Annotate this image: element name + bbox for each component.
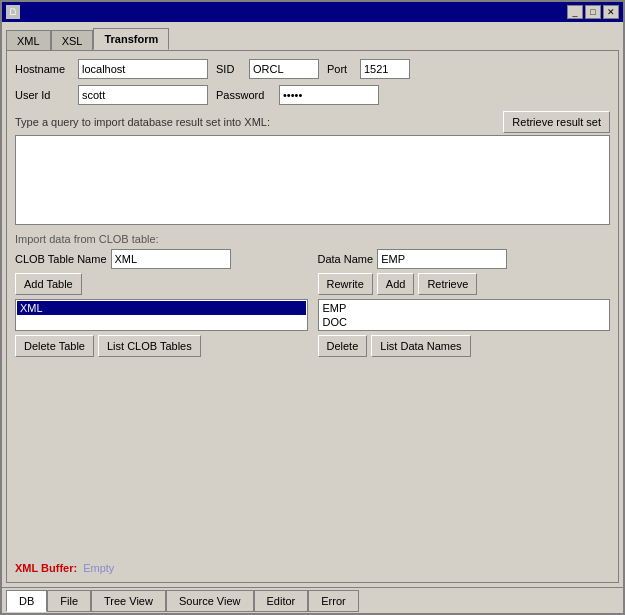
retrieve-result-button[interactable]: Retrieve result set [503, 111, 610, 133]
clob-btn-row: Add Table [15, 273, 308, 295]
retrieve-button[interactable]: Retrieve [418, 273, 477, 295]
clob-table-name-row: CLOB Table Name [15, 249, 308, 269]
port-input[interactable] [360, 59, 410, 79]
list-item[interactable]: XML [17, 301, 306, 315]
list-item[interactable]: EMP [320, 301, 609, 315]
userid-row: User Id Password [15, 85, 610, 105]
data-name-row: Data Name [318, 249, 611, 269]
clob-listbox[interactable]: XML [15, 299, 308, 331]
sid-label: SID [216, 63, 241, 75]
data-bottom-btn-row: Delete List Data Names [318, 335, 611, 357]
xml-buffer-value: Empty [83, 562, 114, 574]
tab-bottom-file[interactable]: File [47, 590, 91, 612]
tab-transform[interactable]: Transform [93, 28, 169, 50]
xml-buffer-row: XML Buffer: Empty [15, 562, 610, 574]
tab-xml[interactable]: XML [6, 30, 51, 50]
data-name-label: Data Name [318, 253, 374, 265]
minimize-button[interactable]: _ [567, 5, 583, 19]
delete-table-button[interactable]: Delete Table [15, 335, 94, 357]
title-bar: 🗋 _ □ ✕ [2, 2, 623, 22]
maximize-button[interactable]: □ [585, 5, 601, 19]
clob-left-panel: CLOB Table Name Add Table XML Delete Tab… [15, 249, 308, 357]
clob-right-panel: Data Name Rewrite Add Retrieve EMP DOC [318, 249, 611, 357]
query-textarea[interactable] [15, 135, 610, 225]
close-button[interactable]: ✕ [603, 5, 619, 19]
add-table-button[interactable]: Add Table [15, 273, 82, 295]
data-btn-row: Rewrite Add Retrieve [318, 273, 611, 295]
password-input[interactable] [279, 85, 379, 105]
hostname-row: Hostname SID Port [15, 59, 610, 79]
xml-buffer-label: XML Buffer: [15, 562, 77, 574]
tab-bottom-editor[interactable]: Editor [254, 590, 309, 612]
delete-button[interactable]: Delete [318, 335, 368, 357]
rewrite-button[interactable]: Rewrite [318, 273, 373, 295]
tab-bottom-db[interactable]: DB [6, 590, 47, 612]
main-panel: Hostname SID Port User Id Password Type … [6, 50, 619, 583]
clob-row: CLOB Table Name Add Table XML Delete Tab… [15, 249, 610, 357]
clob-table-name-label: CLOB Table Name [15, 253, 107, 265]
userid-input[interactable] [78, 85, 208, 105]
tab-bottom-error[interactable]: Error [308, 590, 358, 612]
sid-input[interactable] [249, 59, 319, 79]
data-name-input[interactable] [377, 249, 507, 269]
list-item[interactable]: DOC [320, 315, 609, 329]
bottom-tab-bar: DB File Tree View Source View Editor Err… [2, 587, 623, 613]
tab-bottom-tree-view[interactable]: Tree View [91, 590, 166, 612]
query-section: Type a query to import database result s… [15, 111, 610, 225]
data-listbox[interactable]: EMP DOC [318, 299, 611, 331]
main-window: 🗋 _ □ ✕ XML XSL Transform Hostname [0, 0, 625, 615]
query-label: Type a query to import database result s… [15, 116, 270, 128]
clob-section-label: Import data from CLOB table: [15, 233, 610, 245]
port-label: Port [327, 63, 352, 75]
password-label: Password [216, 89, 271, 101]
tab-xsl[interactable]: XSL [51, 30, 94, 50]
query-label-row: Type a query to import database result s… [15, 111, 610, 133]
title-bar-left: 🗋 [6, 5, 20, 19]
userid-label: User Id [15, 89, 70, 101]
list-data-names-button[interactable]: List Data Names [371, 335, 470, 357]
title-buttons: _ □ ✕ [567, 5, 619, 19]
add-button[interactable]: Add [377, 273, 415, 295]
top-tab-bar: XML XSL Transform [6, 26, 619, 50]
clob-table-name-input[interactable] [111, 249, 231, 269]
clob-section: Import data from CLOB table: CLOB Table … [15, 231, 610, 554]
tab-bottom-source-view[interactable]: Source View [166, 590, 254, 612]
clob-bottom-btn-row: Delete Table List CLOB Tables [15, 335, 308, 357]
hostname-input[interactable] [78, 59, 208, 79]
hostname-label: Hostname [15, 63, 70, 75]
content-area: XML XSL Transform Hostname SID Port Us [2, 22, 623, 587]
app-icon: 🗋 [6, 5, 20, 19]
list-clob-tables-button[interactable]: List CLOB Tables [98, 335, 201, 357]
